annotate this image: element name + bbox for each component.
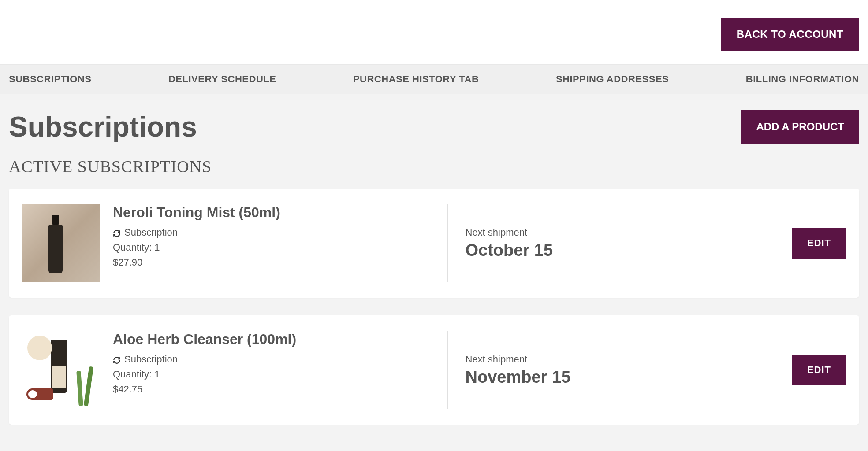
shipment-column: Next shipment November 15 [461,331,792,409]
product-details: Aloe Herb Cleanser (100ml) Subscription … [113,331,296,395]
next-shipment-label: Next shipment [466,227,792,238]
page-title: Subscriptions [9,111,197,143]
edit-button[interactable]: EDIT [792,228,846,259]
quantity-value: 1 [154,242,160,253]
subscription-label: Subscription [124,354,178,365]
product-image [22,331,100,409]
quantity-line: Quantity: 1 [113,242,280,253]
tab-delivery-schedule[interactable]: DELIVERY SCHEDULE [168,65,276,94]
price: $42.75 [113,384,296,395]
quantity-prefix: Quantity: [113,242,154,253]
tab-billing-information[interactable]: BILLING INFORMATION [746,65,859,94]
section-title-active: ACTIVE SUBSCRIPTIONS [9,157,859,176]
price: $27.90 [113,257,280,268]
tab-purchase-history[interactable]: PURCHASE HISTORY TAB [353,65,479,94]
add-product-button[interactable]: ADD A PRODUCT [741,110,859,144]
product-image [22,204,100,282]
tab-shipping-addresses[interactable]: SHIPPING ADDRESSES [556,65,669,94]
back-to-account-button[interactable]: BACK TO ACCOUNT [721,18,859,51]
product-column: Aloe Herb Cleanser (100ml) Subscription … [22,331,434,409]
edit-column: EDIT [792,204,846,282]
quantity-prefix: Quantity: [113,369,154,380]
product-name: Neroli Toning Mist (50ml) [113,204,280,221]
page-header: Subscriptions ADD A PRODUCT [9,110,859,144]
divider [447,331,448,409]
next-shipment-date: November 15 [466,368,792,387]
edit-button[interactable]: EDIT [792,355,846,385]
subscription-type-line: Subscription [113,227,280,238]
shipment-column: Next shipment October 15 [461,204,792,282]
quantity-line: Quantity: 1 [113,369,296,380]
next-shipment-date: October 15 [466,241,792,260]
divider [447,204,448,282]
tab-subscriptions[interactable]: SUBSCRIPTIONS [9,65,91,94]
product-details: Neroli Toning Mist (50ml) Subscription Q… [113,204,280,268]
subscription-card: Aloe Herb Cleanser (100ml) Subscription … [9,315,859,425]
top-bar: BACK TO ACCOUNT [0,0,868,64]
product-column: Neroli Toning Mist (50ml) Subscription Q… [22,204,434,282]
subscription-label: Subscription [124,227,178,238]
refresh-icon [113,229,121,237]
tab-bar: SUBSCRIPTIONS DELIVERY SCHEDULE PURCHASE… [0,64,868,94]
edit-column: EDIT [792,331,846,409]
subscription-card: Neroli Toning Mist (50ml) Subscription Q… [9,189,859,298]
subscription-type-line: Subscription [113,354,296,365]
next-shipment-label: Next shipment [466,354,792,365]
page-content: Subscriptions ADD A PRODUCT ACTIVE SUBSC… [0,94,868,451]
refresh-icon [113,355,121,363]
quantity-value: 1 [154,369,160,380]
product-name: Aloe Herb Cleanser (100ml) [113,331,296,347]
